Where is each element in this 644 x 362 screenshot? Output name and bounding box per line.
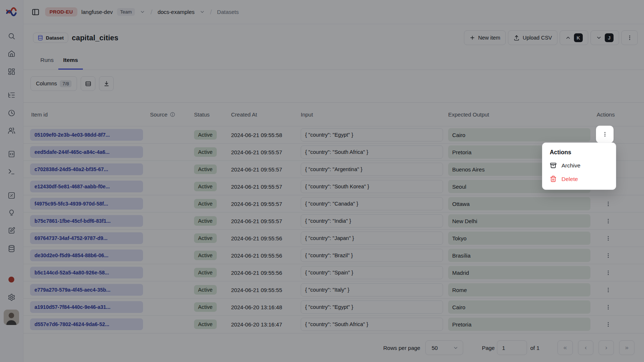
row-actions-menu: Actions Archive Delete	[542, 143, 616, 190]
actions-menu-title: Actions	[542, 146, 616, 159]
active-row-actions-kebab-button[interactable]	[596, 126, 614, 143]
trash-icon	[550, 176, 557, 182]
menu-item-archive[interactable]: Archive	[542, 159, 616, 172]
delete-label: Delete	[561, 176, 578, 182]
menu-item-delete[interactable]: Delete	[542, 172, 616, 186]
kebab-vertical-icon	[602, 132, 608, 137]
archive-label: Archive	[561, 162, 581, 169]
archive-icon	[550, 162, 557, 169]
